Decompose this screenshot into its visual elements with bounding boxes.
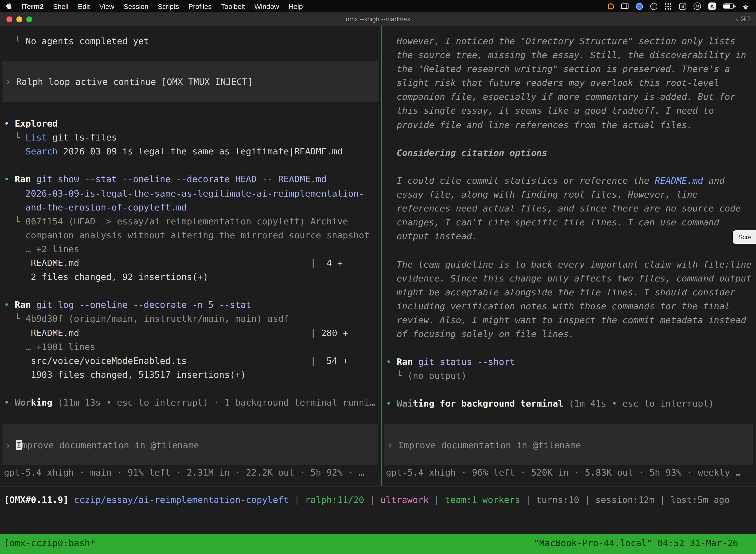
text-segment: team:1 workers bbox=[445, 494, 520, 505]
text-cursor: I bbox=[16, 440, 21, 450]
terminal-line: might be acceptable alongside the file l… bbox=[382, 285, 756, 299]
text-segment: ralph:11/20 bbox=[305, 494, 364, 505]
battery-icon[interactable] bbox=[723, 3, 734, 9]
close-button[interactable] bbox=[6, 16, 12, 22]
terminal-line: src/voice/voiceModeEnabled.ts | 54 + bbox=[0, 354, 381, 368]
screen-recording-icon[interactable] bbox=[608, 3, 614, 9]
text-segment: cczip/essay/ai-reimplementation-copyleft bbox=[74, 494, 289, 505]
text-segment: I could cite commit statistics or refere… bbox=[386, 175, 655, 186]
text-segment: [OMX#0.11.9] bbox=[4, 494, 74, 505]
password-key-icon[interactable]: 8 bbox=[679, 3, 686, 10]
menu-item-toolbelt[interactable]: Toolbelt bbox=[221, 2, 245, 10]
text-segment: including verification notes with those … bbox=[386, 301, 730, 311]
terminal-line: Search 2026-03-09-is-legal-the-same-as-l… bbox=[0, 145, 381, 159]
text-segment: └ bbox=[4, 314, 25, 324]
prompt-placeholder: mprove documentation in @filename bbox=[21, 440, 199, 450]
text-segment: git show --stat --oneline --decorate HEA… bbox=[36, 174, 326, 184]
right-terminal-pane[interactable]: However, I noticed the "Directory Struct… bbox=[382, 26, 756, 486]
menu-item-view[interactable]: View bbox=[99, 2, 114, 10]
app-dark-icon[interactable] bbox=[650, 3, 657, 10]
terminal-line: 1903 files changed, 513517 insertions(+) bbox=[0, 368, 381, 382]
text-segment: • bbox=[4, 397, 15, 407]
terminal-line: I could cite commit statistics or refere… bbox=[382, 174, 756, 188]
terminal-line: Considering citation options bbox=[382, 146, 756, 160]
prompt-caret: › bbox=[5, 440, 16, 450]
wifi-icon[interactable] bbox=[741, 3, 750, 9]
menu-item-shell[interactable]: Shell bbox=[53, 2, 68, 10]
text-segment: of focusing solely on file lines. bbox=[386, 329, 574, 339]
text-segment: README.md | 280 + bbox=[4, 327, 348, 338]
text-segment: companion analysis without altering the … bbox=[4, 230, 370, 240]
menu-item-iterm2[interactable]: iTerm2 bbox=[21, 2, 44, 10]
dots-grid-icon[interactable] bbox=[665, 3, 672, 10]
left-model-status: gpt-5.4 xhigh · main · 91% left · 2.31M … bbox=[4, 466, 364, 480]
keyboard-grid-icon[interactable] bbox=[621, 3, 629, 9]
menu-item-scripts[interactable]: Scripts bbox=[158, 2, 179, 10]
text-segment: slight risk that future readers may over… bbox=[386, 78, 719, 88]
minimize-button[interactable] bbox=[16, 16, 22, 22]
text-segment: | bbox=[579, 494, 595, 505]
screen-share-pill[interactable]: Scre bbox=[733, 230, 756, 244]
terminal-line: However, I noticed the "Directory Struct… bbox=[382, 34, 756, 48]
input-source-icon[interactable]: A bbox=[708, 2, 716, 10]
terminal-line: references need actual files, and since … bbox=[382, 202, 756, 215]
terminal-line: • Ran git status --short bbox=[382, 355, 756, 369]
text-segment: the "Related research writing" section i… bbox=[386, 63, 730, 74]
app-blue-icon[interactable] bbox=[636, 3, 643, 10]
menu-item-window[interactable]: Window bbox=[254, 2, 279, 10]
text-segment: Ralph loop active continue [OMX_TMUX_INJ… bbox=[16, 76, 253, 87]
zoom-button[interactable] bbox=[26, 16, 32, 22]
text-segment: last:5m ago bbox=[671, 494, 730, 505]
terminal-line: review. Also, I might want to inspect th… bbox=[382, 313, 756, 327]
left-prompt-input[interactable]: › Improve documentation in @filename bbox=[2, 425, 378, 465]
terminal-line: and-the-erosion-of-copyleft.md bbox=[0, 200, 381, 214]
menu-item-help[interactable]: Help bbox=[289, 2, 303, 10]
terminal-line: └ No agents completed yet bbox=[0, 34, 381, 48]
menu-item-profiles[interactable]: Profiles bbox=[189, 2, 211, 10]
text-segment: README.md bbox=[655, 175, 703, 186]
prompt-caret: › bbox=[387, 440, 398, 450]
text-segment: README.md | 4 + bbox=[4, 258, 342, 268]
terminal-line: evidence. Since this change only affects… bbox=[382, 271, 756, 285]
terminal-line: changes, I can't cite specific file line… bbox=[382, 215, 756, 229]
text-segment bbox=[31, 174, 36, 184]
terminal-line: README.md | 4 + bbox=[0, 256, 381, 270]
blank-line bbox=[382, 243, 756, 258]
left-terminal-pane[interactable]: └ No agents completed yet› Ralph loop ac… bbox=[0, 26, 381, 486]
text-segment: • bbox=[4, 174, 15, 184]
status-divider bbox=[0, 486, 756, 487]
tmux-session-window[interactable]: [omx-cczip0:bash* bbox=[4, 536, 95, 554]
text-segment: might be acceptable alongside the file l… bbox=[386, 287, 736, 297]
text-segment: and-the-erosion-of-copyleft.md bbox=[4, 202, 187, 212]
menu-item-edit[interactable]: Edit bbox=[78, 2, 90, 10]
text-segment: | bbox=[289, 494, 305, 505]
text-segment bbox=[31, 299, 36, 310]
terminal-line: … +2 lines bbox=[0, 242, 381, 256]
text-segment: Wai bbox=[397, 398, 413, 409]
terminal-line: provide file and line references from th… bbox=[382, 118, 756, 132]
window-titlebar[interactable]: omx --xhigh --madmax ⌥⌘1 bbox=[0, 12, 756, 26]
terminal-line: • Explored bbox=[0, 117, 381, 130]
right-prompt-input[interactable]: › Improve documentation in @filename bbox=[384, 425, 753, 465]
apple-menu-icon[interactable] bbox=[6, 2, 13, 10]
text-segment: and bbox=[703, 175, 725, 186]
text-segment: 4b9d30f (origin/main, instructkr/main, m… bbox=[25, 314, 289, 324]
text-segment: (1m 41s • esc to interrupt) bbox=[569, 398, 714, 409]
text-segment: • bbox=[386, 356, 397, 367]
terminal-line: … +1901 lines bbox=[0, 340, 381, 354]
terminal-line: └ 067f154 (HEAD -> essay/ai-reimplementa… bbox=[0, 214, 381, 228]
right-model-status: gpt-5.4 xhigh · 96% left · 520K in · 5.8… bbox=[386, 466, 741, 480]
text-segment: session:12m bbox=[595, 494, 654, 505]
text-segment: └ bbox=[386, 371, 407, 381]
terminal-line: output instead. bbox=[382, 230, 756, 243]
text-segment: … +2 lines bbox=[4, 244, 79, 254]
text-segment: • bbox=[386, 398, 397, 409]
menu-item-session[interactable]: Session bbox=[124, 2, 148, 10]
text-segment: essay file, along with finding root file… bbox=[386, 189, 698, 200]
terminal-line: companion analysis without altering the … bbox=[0, 228, 381, 242]
gauge-icon[interactable]: .61 bbox=[693, 2, 701, 10]
text-segment bbox=[413, 356, 418, 367]
text-segment: (11m 13s • esc to interrupt) · 1 backgro… bbox=[58, 397, 375, 407]
text-segment: … +1901 lines bbox=[4, 341, 95, 352]
blank-line bbox=[0, 284, 381, 298]
